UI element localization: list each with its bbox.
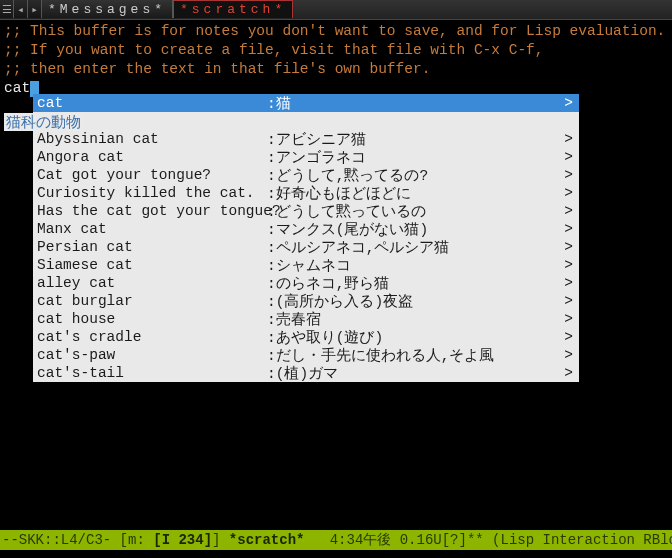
- completion-ja: :マンクス(尾がない猫): [267, 220, 575, 239]
- editor-area[interactable]: ;; This buffer is for notes you don't wa…: [0, 20, 672, 99]
- tab-bar: ☰ ◂ ▸ *Messages* *scratch*: [0, 0, 672, 20]
- completion-item[interactable]: Angora cat:アンゴラネコ>: [33, 148, 579, 166]
- completion-section-header: 猫科の動物: [4, 113, 83, 131]
- completion-item[interactable]: Abyssinian cat:アビシニア猫>: [33, 130, 579, 148]
- completion-item[interactable]: cat's-tail:(植)ガマ>: [33, 364, 579, 382]
- completion-item[interactable]: Cat got your tongue?:どうして,黙ってるの?>: [33, 166, 579, 184]
- completion-item[interactable]: cat's-paw:だし・手先に使われる人,そよ風>: [33, 346, 579, 364]
- completion-en: cat's-paw: [37, 347, 267, 363]
- comment-line: ;; This buffer is for notes you don't wa…: [4, 22, 668, 41]
- completion-ja: :(植)ガマ: [267, 364, 575, 383]
- modeline-text: ]: [212, 532, 229, 548]
- chevron-right-icon: >: [564, 131, 573, 147]
- completion-en: cat's-tail: [37, 365, 267, 381]
- completion-item[interactable]: cat house:売春宿>: [33, 310, 579, 328]
- completion-item[interactable]: Has the cat got your tongue?:どうして黙っているの>: [33, 202, 579, 220]
- completion-ja: :好奇心もほどほどに: [267, 184, 575, 203]
- completion-ja: :どうして黙っているの: [267, 202, 575, 221]
- completion-item[interactable]: Manx cat:マンクス(尾がない猫)>: [33, 220, 579, 238]
- completion-item[interactable]: Siamese cat:シャムネコ>: [33, 256, 579, 274]
- completion-item[interactable]: cat burglar:(高所から入る)夜盗>: [33, 292, 579, 310]
- completion-item[interactable]: Persian cat:ペルシアネコ,ペルシア猫>: [33, 238, 579, 256]
- completion-en: Siamese cat: [37, 257, 267, 273]
- completion-en: Persian cat: [37, 239, 267, 255]
- chevron-right-icon: >: [564, 311, 573, 327]
- chevron-right-icon: >: [564, 149, 573, 165]
- chevron-right-icon: >: [564, 239, 573, 255]
- completion-en: cat: [37, 95, 267, 111]
- completion-ja: :アンゴラネコ: [267, 148, 575, 167]
- tab-prev-icon[interactable]: ◂: [14, 0, 28, 18]
- completion-ja: :売春宿: [267, 310, 575, 329]
- chevron-right-icon: >: [564, 203, 573, 219]
- tab-next-icon[interactable]: ▸: [28, 0, 42, 18]
- chevron-right-icon: >: [564, 185, 573, 201]
- chevron-right-icon: >: [564, 275, 573, 291]
- chevron-right-icon: >: [564, 95, 573, 111]
- completion-item[interactable]: Curiosity killed the cat.:好奇心もほどほどに>: [33, 184, 579, 202]
- completion-en: Cat got your tongue?: [37, 167, 267, 183]
- chevron-right-icon: >: [564, 329, 573, 345]
- chevron-right-icon: >: [564, 347, 573, 363]
- comment-line: ;; If you want to create a file, visit t…: [4, 41, 668, 60]
- tab-messages[interactable]: *Messages*: [42, 0, 173, 18]
- completion-ja: :だし・手先に使われる人,そよ風: [267, 346, 575, 365]
- completion-ja: :(高所から入る)夜盗: [267, 292, 575, 311]
- completion-ja: :猫: [267, 94, 575, 113]
- completion-ja: :どうして,黙ってるの?: [267, 166, 575, 185]
- chevron-right-icon: >: [564, 365, 573, 381]
- completion-en: alley cat: [37, 275, 267, 291]
- completion-en: Abyssinian cat: [37, 131, 267, 147]
- completion-ja: :アビシニア猫: [267, 130, 575, 149]
- chevron-right-icon: >: [564, 167, 573, 183]
- completion-ja: :あや取り(遊び): [267, 328, 575, 347]
- modeline-text: 4:34午後 0.16U[?]** (Lisp Interaction RBlo…: [304, 531, 672, 549]
- completion-en: Has the cat got your tongue?: [37, 203, 267, 219]
- input-text: cat: [4, 80, 30, 96]
- chevron-right-icon: >: [564, 221, 573, 237]
- tab-scratch[interactable]: *scratch*: [173, 0, 293, 18]
- completion-ja: :ペルシアネコ,ペルシア猫: [267, 238, 575, 257]
- comment-line: ;; then enter the text in that file's ow…: [4, 60, 668, 79]
- modeline-input-indicator: [I 234]: [153, 532, 212, 548]
- chevron-right-icon: >: [564, 257, 573, 273]
- completion-en: Manx cat: [37, 221, 267, 237]
- completion-en: cat burglar: [37, 293, 267, 309]
- completion-popup: cat :猫 > Abyssinian cat:アビシニア猫>Angora ca…: [33, 94, 579, 382]
- modeline: --SKK::L4/C3- [m: [I 234] ] *scratch* 4:…: [0, 530, 672, 550]
- tab-menu-icon[interactable]: ☰: [0, 0, 14, 18]
- modeline-text: --SKK::L4/C3- [m:: [2, 532, 153, 548]
- completion-en: Angora cat: [37, 149, 267, 165]
- completion-en: cat's cradle: [37, 329, 267, 345]
- completion-ja: :シャムネコ: [267, 256, 575, 275]
- completion-section-gap: [33, 112, 579, 130]
- completion-item[interactable]: alley cat:のらネコ,野ら猫>: [33, 274, 579, 292]
- completion-item[interactable]: cat's cradle:あや取り(遊び)>: [33, 328, 579, 346]
- modeline-buffer-name: *scratch*: [229, 532, 305, 548]
- completion-item-selected[interactable]: cat :猫 >: [33, 94, 579, 112]
- completion-en: cat house: [37, 311, 267, 327]
- completion-ja: :のらネコ,野ら猫: [267, 274, 575, 293]
- chevron-right-icon: >: [564, 293, 573, 309]
- completion-en: Curiosity killed the cat.: [37, 185, 267, 201]
